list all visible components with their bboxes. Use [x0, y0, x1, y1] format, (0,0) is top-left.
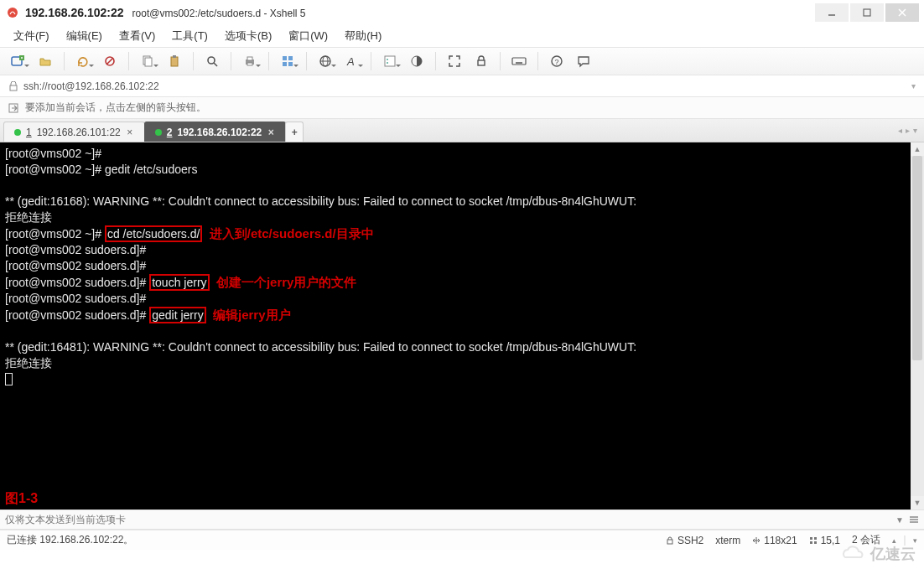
chat-button[interactable]	[572, 50, 595, 72]
status-protocol-text: SSH2	[677, 535, 703, 546]
svg-rect-12	[145, 58, 152, 66]
terminal-line: gedit /etc/sudoers	[105, 163, 198, 176]
svg-line-16	[214, 63, 217, 66]
send-menu-icon[interactable]	[909, 515, 919, 525]
svg-rect-23	[288, 62, 293, 66]
terminal-line: 拒绝连接	[5, 210, 52, 224]
properties-button[interactable]	[276, 50, 299, 72]
lock-button[interactable]	[470, 50, 493, 72]
terminal-line: [root@vms002 sudoers.d]#	[5, 292, 146, 305]
window-maximize-button[interactable]	[850, 3, 884, 22]
status-position: 15,1	[809, 535, 840, 546]
menu-bar: 文件(F) 编辑(E) 查看(V) 工具(T) 选项卡(B) 窗口(W) 帮助(…	[0, 25, 924, 47]
terminal-area: [root@vms002 ~]# [root@vms002 ~]# gedit …	[0, 142, 924, 510]
tab-list-dropdown-icon[interactable]: ▾	[913, 126, 917, 135]
toolbar-separator	[306, 52, 307, 70]
svg-point-29	[387, 59, 388, 60]
script-button[interactable]	[378, 50, 402, 72]
figure-label: 图1-3	[5, 491, 38, 506]
keyboard-button[interactable]	[507, 50, 531, 72]
terminal[interactable]: [root@vms002 ~]# [root@vms002 ~]# gedit …	[0, 142, 911, 510]
tab-prev-icon[interactable]: ◂	[898, 126, 902, 135]
terminal-line: [root@vms002 ~]#	[5, 227, 105, 241]
tab-close-icon[interactable]: ×	[267, 127, 275, 138]
scroll-thumb[interactable]	[912, 156, 922, 360]
svg-text:?: ?	[555, 58, 559, 66]
help-button[interactable]: ?	[545, 50, 568, 72]
menu-edit[interactable]: 编辑(E)	[61, 27, 107, 45]
status-sessions-nav: ▴ ｜ ▾	[892, 533, 917, 547]
add-session-arrow-icon[interactable]	[8, 102, 20, 114]
terminal-line: [root@vms002 sudoers.d]#	[5, 276, 149, 289]
new-session-button[interactable]	[7, 50, 30, 72]
svg-rect-22	[283, 62, 287, 66]
address-dropdown-icon[interactable]: ▾	[911, 81, 916, 91]
annotation-text: 创建一个jerry用户的文件	[210, 275, 357, 289]
send-mode-dropdown-icon[interactable]: ▼	[895, 515, 904, 525]
title-path: root@vms002:/etc/sudoers.d - Xshell 5	[132, 8, 306, 19]
tab-label: 192.168.26.102:22	[177, 127, 262, 138]
tab-next-icon[interactable]: ▸	[906, 126, 910, 135]
fullscreen-button[interactable]	[443, 50, 466, 72]
lock-icon	[666, 536, 674, 545]
lock-icon	[8, 81, 18, 91]
tab-close-icon[interactable]: ×	[126, 127, 134, 138]
menu-view[interactable]: 查看(V)	[114, 27, 160, 45]
menu-help[interactable]: 帮助(H)	[340, 27, 387, 45]
menu-tabs[interactable]: 选项卡(B)	[220, 27, 277, 45]
scroll-track[interactable]	[911, 156, 924, 496]
window-minimize-button[interactable]	[815, 3, 849, 22]
paste-button[interactable]	[163, 50, 186, 72]
info-bar-text: 要添加当前会话，点击左侧的箭头按钮。	[25, 101, 206, 115]
find-button[interactable]	[200, 50, 224, 72]
terminal-scrollbar[interactable]: ▲ ▼	[911, 142, 924, 510]
font-button[interactable]: A	[340, 50, 364, 72]
send-bar: ▼	[0, 510, 924, 530]
print-button[interactable]	[238, 50, 262, 72]
status-position-text: 15,1	[821, 535, 840, 546]
menu-file[interactable]: 文件(F)	[8, 27, 55, 45]
copy-button[interactable]	[136, 50, 159, 72]
sessions-down-icon[interactable]: ▾	[913, 536, 917, 545]
scroll-up-icon[interactable]: ▲	[911, 142, 924, 156]
terminal-line: [root@vms002 sudoers.d]#	[5, 243, 146, 256]
tab-index: 1	[26, 127, 32, 138]
status-dot-icon	[155, 129, 162, 136]
session-tab-2[interactable]: 2 192.168.26.102:22 ×	[144, 122, 286, 142]
tab-label: 192.168.26.101:22	[37, 127, 121, 138]
terminal-line: 拒绝连接	[5, 356, 52, 370]
session-tab-1[interactable]: 1 192.168.26.101:22 ×	[3, 122, 145, 142]
size-icon	[752, 536, 760, 545]
grid-icon	[809, 536, 818, 545]
disconnect-button[interactable]	[98, 50, 122, 72]
svg-rect-13	[171, 57, 178, 66]
annotation-text: 编辑jerry用户	[206, 308, 291, 322]
color-scheme-button[interactable]	[405, 50, 428, 72]
svg-rect-48	[814, 537, 817, 540]
window-close-button[interactable]	[885, 3, 919, 22]
app-icon	[5, 5, 20, 20]
reconnect-button[interactable]	[71, 50, 95, 72]
new-tab-button[interactable]: +	[285, 122, 304, 142]
status-size: 118x21	[752, 535, 797, 546]
terminal-line: ** (gedit:16168): WARNING **: Couldn't c…	[5, 194, 640, 208]
menu-tools[interactable]: 工具(T)	[167, 27, 213, 45]
highlighted-command: cd /etc/sudoers.d/	[105, 225, 203, 242]
open-button[interactable]	[34, 50, 57, 72]
svg-rect-50	[814, 541, 817, 544]
globe-button[interactable]	[314, 50, 337, 72]
svg-rect-2	[864, 9, 870, 16]
tab-nav: ◂ ▸ ▾	[891, 119, 924, 142]
sessions-up-icon[interactable]: ▴	[892, 536, 896, 545]
svg-rect-28	[385, 56, 395, 66]
send-input[interactable]	[5, 514, 890, 525]
svg-rect-21	[288, 56, 293, 60]
scroll-down-icon[interactable]: ▼	[911, 496, 924, 510]
address-input[interactable]	[23, 80, 906, 92]
svg-rect-41	[10, 85, 17, 91]
menu-window[interactable]: 窗口(W)	[283, 27, 333, 45]
toolbar: A ?	[0, 47, 924, 75]
svg-rect-20	[283, 56, 287, 60]
status-sessions: 2 会话	[852, 533, 880, 547]
highlighted-command: touch jerry	[149, 274, 209, 291]
